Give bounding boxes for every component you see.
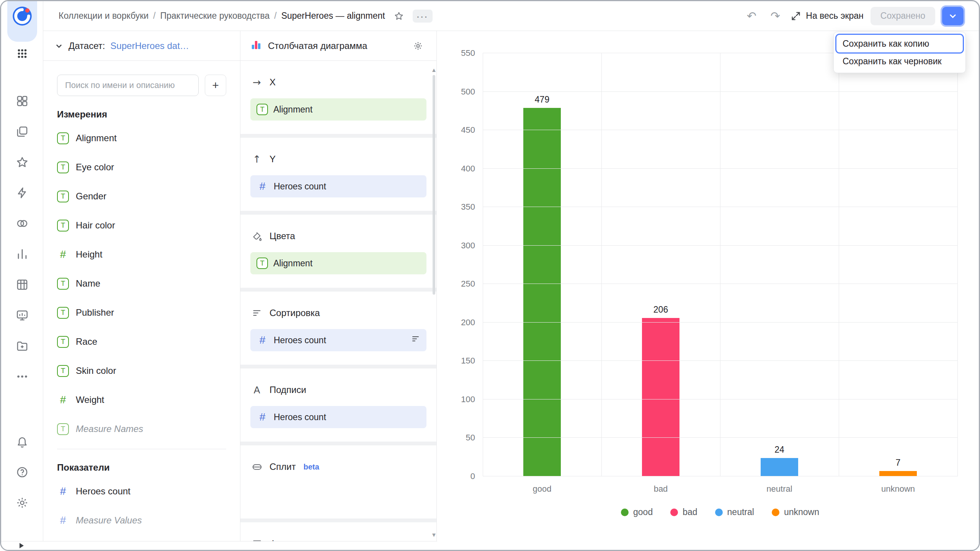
field-type-number-icon: # — [256, 180, 268, 192]
field-item[interactable]: TSkin color — [57, 356, 226, 385]
bar-cell: 479 — [483, 53, 601, 476]
connections-icon[interactable] — [16, 339, 29, 352]
favorites-icon[interactable] — [16, 156, 29, 169]
breadcrumb-collections[interactable]: Коллекции и воркбуки — [59, 11, 149, 21]
field-item[interactable]: TAlignment — [57, 124, 226, 153]
field-item[interactable]: #Heroes count — [57, 477, 226, 506]
settings-icon[interactable] — [16, 496, 29, 509]
help-icon[interactable] — [16, 466, 29, 479]
labels-a-icon: A — [250, 385, 263, 396]
chart-settings-gear-icon[interactable] — [410, 37, 426, 54]
y-axis-tick: 0 — [470, 471, 475, 481]
bar-value-label: 206 — [653, 305, 668, 315]
bar-neutral[interactable] — [761, 458, 798, 476]
field-item[interactable]: TName — [57, 269, 226, 298]
dashboards-icon[interactable] — [16, 309, 29, 322]
undo-icon[interactable]: ↶ — [743, 8, 760, 24]
chart-type-label[interactable]: Столбчатая диаграмма — [268, 41, 367, 51]
field-label: Eye color — [76, 162, 114, 173]
chart-legend: goodbadneutralunknown — [483, 507, 957, 517]
y-axis-tick: 450 — [461, 125, 475, 135]
y-axis-tick: 500 — [461, 87, 475, 97]
field-type-number-icon: # — [57, 248, 69, 261]
collections-icon[interactable] — [16, 125, 29, 138]
field-label: Alignment — [76, 133, 117, 143]
menu-item-save-copy[interactable]: Сохранить как копию — [836, 35, 963, 52]
field-item[interactable]: #Weight — [57, 385, 226, 414]
x-field-chip[interactable]: T Alignment — [250, 98, 426, 121]
section-sort: Сортировка # Heroes count — [240, 292, 436, 365]
field-item[interactable]: #Measure Values — [57, 506, 226, 535]
scroll-down-icon[interactable]: ▼ — [431, 532, 436, 538]
field-item[interactable]: TEye color — [57, 153, 226, 182]
sort-direction-icon[interactable] — [411, 334, 420, 346]
content-row: Датасет: SuperHeroes dat… + ИзмеренияTAl… — [43, 31, 979, 550]
saved-button[interactable]: Сохранено — [871, 7, 935, 25]
section-split-title: Сплит — [270, 461, 296, 472]
menu-item-save-draft[interactable]: Сохранить как черновик — [836, 52, 963, 70]
bar-value-label: 24 — [774, 445, 784, 455]
gridline — [839, 53, 839, 476]
more-actions-icon[interactable]: ... — [413, 10, 433, 23]
field-item[interactable]: THair color — [57, 211, 226, 240]
arrow-up-icon: ↑ — [250, 153, 263, 165]
field-type-text-icon: T — [57, 365, 69, 377]
objects-icon[interactable] — [16, 95, 29, 108]
fields-body: + ИзмеренияTAlignmentTEye colorTGenderTH… — [43, 61, 240, 535]
field-search-input[interactable] — [57, 75, 199, 96]
apps-grid-icon[interactable] — [16, 47, 29, 60]
field-type-number-icon: # — [256, 334, 268, 346]
field-type-text-icon: T — [256, 104, 268, 115]
labels-field-chip[interactable]: # Heroes count — [250, 406, 426, 428]
colors-field-chip[interactable]: T Alignment — [250, 252, 426, 274]
field-item[interactable]: TPublisher — [57, 298, 226, 327]
scroll-up-icon[interactable]: ▲ — [431, 67, 436, 73]
field-label: Heroes count — [76, 486, 131, 497]
split-icon — [250, 462, 263, 472]
field-item[interactable]: TMeasure Names — [57, 414, 226, 443]
app-window: Коллекции и воркбуки / Практические руко… — [0, 0, 980, 551]
breadcrumb-guides[interactable]: Практические руководства — [160, 11, 270, 21]
editor-icon[interactable] — [16, 186, 29, 199]
y-field-chip[interactable]: # Heroes count — [250, 175, 426, 197]
sort-field-chip[interactable]: # Heroes count — [250, 329, 426, 351]
field-item[interactable]: TRace — [57, 327, 226, 356]
more-icon[interactable] — [16, 370, 29, 383]
legend-item[interactable]: neutral — [715, 507, 754, 517]
fullscreen-button[interactable]: На весь экран — [791, 11, 864, 21]
dataset-header[interactable]: Датасет: SuperHeroes dat… — [43, 31, 240, 61]
field-label: Publisher — [76, 307, 114, 318]
field-label: Name — [76, 278, 100, 289]
wizard-charts-icon[interactable] — [16, 248, 29, 261]
collapse-panel-icon[interactable] — [20, 543, 24, 548]
fullscreen-icon — [791, 11, 801, 21]
dataset-name-link[interactable]: SuperHeroes dat… — [110, 41, 189, 51]
section-colors-title: Цвета — [270, 231, 295, 241]
field-item[interactable]: #Height — [57, 240, 226, 269]
panels-footer — [1, 541, 437, 550]
favorite-star-icon[interactable] — [390, 8, 407, 24]
section-y-title: Y — [270, 154, 276, 165]
bar-bad[interactable] — [642, 318, 679, 476]
bar-unknown[interactable] — [879, 471, 917, 476]
ql-charts-icon[interactable] — [16, 217, 29, 230]
top-bar: Коллекции и воркбуки / Практические руко… — [43, 1, 979, 31]
redo-icon[interactable]: ↷ — [767, 8, 784, 24]
chip-label: Heroes count — [274, 181, 326, 192]
legend-item[interactable]: unknown — [772, 507, 819, 517]
legend-item[interactable]: bad — [670, 507, 697, 517]
field-item[interactable]: TGender — [57, 182, 226, 211]
gridline — [720, 53, 720, 476]
save-menu-toggle-button[interactable] — [942, 7, 964, 25]
y-axis: 050100150200250300350400450500550 — [437, 53, 475, 476]
datasets-icon[interactable] — [16, 278, 29, 291]
bar-chart-type-icon[interactable] — [250, 39, 262, 53]
add-field-button[interactable]: + — [205, 75, 226, 96]
datalens-logo[interactable] — [12, 6, 33, 26]
bar-good[interactable] — [523, 108, 561, 476]
notifications-icon[interactable] — [16, 435, 29, 448]
legend-item[interactable]: good — [621, 507, 653, 517]
section-x: → X T Alignment — [240, 61, 436, 134]
section-y: ↑ Y # Heroes count — [240, 138, 436, 211]
config-scrollbar-thumb[interactable] — [433, 75, 435, 295]
